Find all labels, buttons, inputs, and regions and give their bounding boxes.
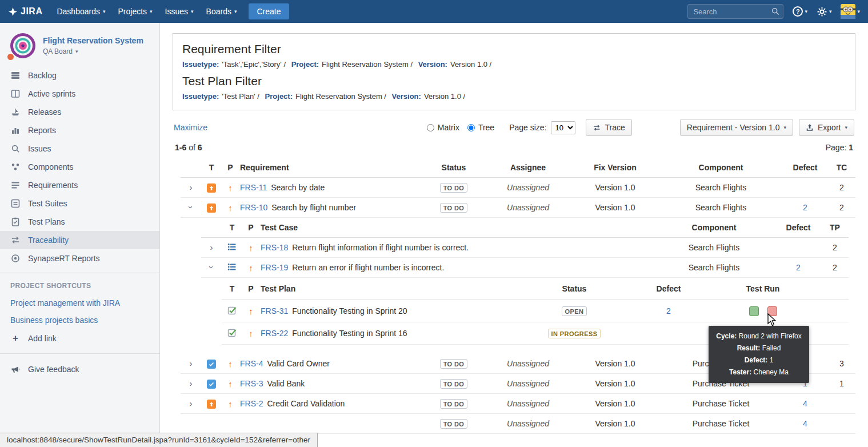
sidebar-item-traceability[interactable]: Traceability [0, 231, 159, 249]
col-requirement: Requirement [239, 162, 422, 173]
fix-version: Version 1.0 [571, 418, 659, 429]
export-dropdown[interactable]: Export ▾ [799, 119, 854, 136]
nav-projects[interactable]: Projects▾ [111, 0, 158, 23]
defect-count-link[interactable]: 2 [796, 263, 801, 272]
issue-key-link[interactable]: FRS-3 [240, 379, 263, 388]
assignee: Unassigned [485, 202, 571, 213]
requirement-version-dropdown[interactable]: Requirement - Version 1.0 ▾ [680, 119, 793, 136]
issue-summary: Functionality Testing in Sprint 20 [292, 306, 407, 316]
user-menu[interactable]: ▾ [841, 4, 860, 19]
export-label: Export [818, 123, 841, 132]
add-link-button[interactable]: + Add link [0, 329, 159, 348]
chevron-down-icon: ▾ [150, 9, 153, 14]
expand-chevron-icon[interactable]: › [190, 359, 193, 368]
test-plans-icon [10, 217, 21, 227]
maximize-link[interactable]: Maximize [174, 123, 207, 132]
defect-count-link[interactable]: 2 [803, 203, 807, 212]
nav-boards[interactable]: Boards▾ [200, 0, 243, 23]
reports-icon [10, 125, 21, 135]
board-switcher[interactable]: QA Board▾ [43, 47, 143, 55]
issue-key-link[interactable]: FRS-31 [261, 306, 288, 316]
help-menu[interactable]: ?▾ [793, 6, 807, 17]
trace-button[interactable]: Trace [586, 119, 632, 136]
matrix-label[interactable]: Matrix [438, 123, 459, 132]
nav-boards-label: Boards [206, 7, 231, 16]
sidebar-item-label: Requirements [28, 181, 78, 190]
col-priority: P [242, 283, 259, 294]
issue-key-link[interactable]: FRS-22 [261, 329, 288, 338]
status-badge: TO DO [440, 359, 468, 369]
expand-chevron-icon[interactable]: › [210, 243, 213, 252]
sidebar-item-issues[interactable]: Issues [0, 139, 159, 158]
sidebar-item-active-sprints[interactable]: Active sprints [0, 85, 159, 103]
requirement-row: › ↑ FRS-2Credit Card Validation TO DO Un… [181, 394, 855, 414]
chevron-down-icon: ▾ [845, 125, 847, 130]
megaphone-icon [10, 364, 21, 374]
plus-icon: + [10, 333, 21, 344]
page-size-select[interactable]: 10 [551, 121, 575, 134]
defect-count-link[interactable]: 2 [666, 306, 671, 316]
status-badge: TO DO [440, 203, 468, 213]
requirement-filter-line: Issuetype:'Task','Epic','Story' / Projec… [182, 60, 846, 69]
priority-up-icon: ↑ [228, 183, 233, 193]
sidebar-item-backlog[interactable]: Backlog [0, 66, 159, 85]
settings-menu[interactable]: ▾ [817, 6, 832, 17]
status-badge: TO DO [440, 183, 468, 193]
issuetype-story-icon [207, 400, 216, 409]
issue-key-link[interactable]: FRS-19 [261, 263, 288, 272]
expand-chevron-icon[interactable]: › [190, 399, 193, 408]
testcase-row: › ↑ FRS-19Return an error if flight numb… [201, 258, 849, 278]
testplan-table-header: T P Test Plan Status Defect Test Run [222, 278, 849, 300]
issuetype-task-icon [207, 380, 216, 389]
sidebar: Flight Reservation System QA Board▾ Back… [0, 23, 160, 447]
sidebar-item-releases[interactable]: Releases [0, 103, 159, 121]
main-content: Requirement Filter Issuetype:'Task','Epi… [160, 23, 868, 447]
shortcut-business-projects[interactable]: Business projects basics [0, 312, 159, 329]
issue-key-link[interactable]: FRS-4 [240, 359, 263, 368]
version-value: Version 1.0 / [450, 60, 491, 69]
collapse-chevron-icon[interactable]: › [187, 206, 195, 209]
tc-count [828, 402, 855, 405]
status-badge: TO DO [440, 379, 468, 389]
nav-dashboards[interactable]: Dashboards▾ [50, 0, 111, 23]
tp-count: 2 [821, 262, 849, 273]
sidebar-item-requirements[interactable]: Requirements [0, 176, 159, 194]
sidebar-item-test-suites[interactable]: Test Suites [0, 194, 159, 213]
releases-icon [10, 107, 21, 117]
issue-key-link[interactable]: FRS-10 [240, 203, 267, 212]
tree-label[interactable]: Tree [478, 123, 494, 132]
sidebar-item-test-plans[interactable]: Test Plans [0, 213, 159, 231]
chevron-down-icon: ▾ [75, 49, 78, 54]
create-button[interactable]: Create [249, 3, 289, 19]
expand-chevron-icon[interactable]: › [190, 379, 193, 388]
active-sprints-icon [10, 89, 21, 99]
defect-count-link[interactable]: 4 [803, 419, 807, 428]
tree-radio[interactable] [467, 124, 475, 131]
expand-chevron-icon[interactable]: › [190, 183, 193, 191]
jira-logo[interactable]: JIRA [8, 6, 42, 17]
issue-key-link[interactable]: FRS-2 [240, 399, 263, 408]
test-run-passed-square[interactable] [749, 306, 759, 316]
issue-key-link[interactable]: FRS-18 [261, 243, 288, 252]
col-test-run: Test Run [711, 283, 814, 294]
requirements-icon [10, 180, 21, 190]
sidebar-item-synapsert-reports[interactable]: SynapseRT Reports [0, 249, 159, 268]
issue-key-link[interactable]: FRS-11 [240, 183, 267, 192]
shortcut-project-management[interactable]: Project management with JIRA [0, 294, 159, 312]
matrix-radio[interactable] [427, 124, 434, 131]
defect-count-link[interactable]: 4 [803, 399, 807, 408]
sidebar-item-components[interactable]: Components [0, 158, 159, 176]
project-avatar[interactable] [9, 32, 37, 59]
col-type: T [222, 222, 242, 233]
tp-count: 2 [821, 242, 849, 253]
issuetype-task-icon [207, 360, 216, 369]
priority-up-icon: ↑ [249, 243, 253, 253]
issuetype-test-case-icon [227, 244, 237, 253]
search-input[interactable] [687, 4, 783, 19]
give-feedback-button[interactable]: Give feedback [0, 359, 159, 380]
sidebar-item-reports[interactable]: Reports [0, 121, 159, 139]
browser-status-bar: localhost:8848/secure/ShowTestRunDetail.… [0, 433, 318, 447]
nav-issues[interactable]: Issues▾ [159, 0, 200, 23]
issues-icon [10, 143, 21, 154]
collapse-chevron-icon[interactable]: › [207, 266, 216, 269]
